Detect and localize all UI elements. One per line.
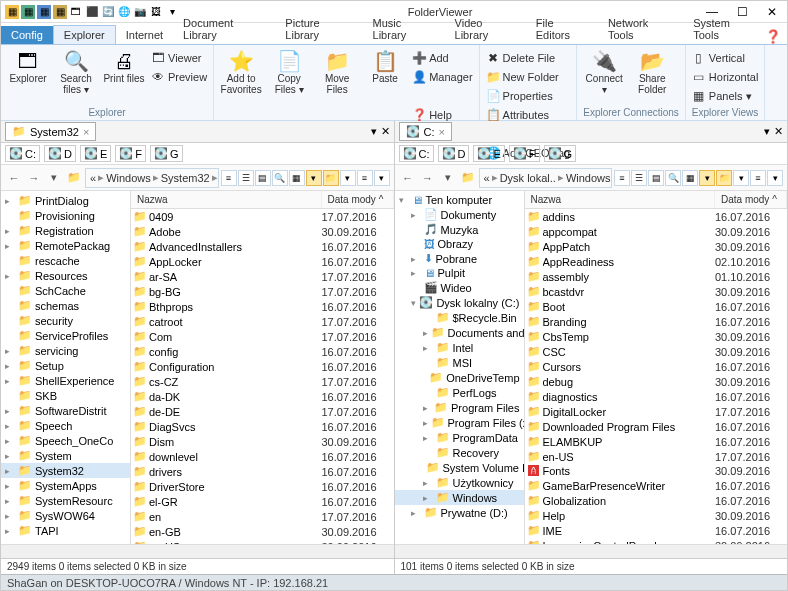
tree-item[interactable]: 📁PerfLogs <box>395 385 524 400</box>
list-item[interactable]: 📁AppLocker16.07.2016 <box>131 254 394 269</box>
pane-tab[interactable]: 💽C:× <box>399 122 452 141</box>
tree-item[interactable]: ▸⬇Pobrane <box>395 251 524 266</box>
new-tab-button[interactable]: ▾ <box>764 125 770 138</box>
list-item[interactable]: 📁de-DE17.07.2016 <box>131 404 394 419</box>
col-name[interactable]: Nazwa <box>525 191 716 208</box>
file-list[interactable]: NazwaData mody ^📁addins16.07.2016📁appcom… <box>525 191 788 544</box>
list-item[interactable]: 📁bg-BG17.07.2016 <box>131 284 394 299</box>
breadcrumb-segment[interactable]: « <box>484 172 490 184</box>
tree-item[interactable]: 📁rescache <box>1 253 130 268</box>
view-button[interactable]: 🔍 <box>272 170 288 186</box>
ribbon-button-small[interactable]: ✖Delete File <box>486 49 571 67</box>
col-name[interactable]: Nazwa <box>131 191 322 208</box>
list-item[interactable]: 📁DigitalLocker17.07.2016 <box>525 404 788 419</box>
drive-button[interactable]: 💽F <box>115 145 146 162</box>
list-item[interactable]: 📁DiagSvcs16.07.2016 <box>131 419 394 434</box>
list-item[interactable]: 📁en-US17.07.2016 <box>525 449 788 464</box>
tree-item[interactable]: ▸📁Użytkownicy <box>395 475 524 490</box>
list-item[interactable]: 📁040917.07.2016 <box>131 209 394 224</box>
list-item[interactable]: 📁debug30.09.2016 <box>525 374 788 389</box>
expand-icon[interactable]: ▸ <box>5 196 15 206</box>
new-tab-button[interactable]: ▾ <box>371 125 377 138</box>
tree-item[interactable]: ▸🖥Pulpit <box>395 266 524 280</box>
breadcrumb[interactable]: «▸Windows▸System32▸ <box>85 168 219 188</box>
tree-item[interactable]: ▸📁Program Files <box>395 400 524 415</box>
ribbon-button[interactable]: 📁Move Files <box>316 47 358 95</box>
qat-icon[interactable]: ▦ <box>5 5 19 19</box>
qat-icon[interactable]: ▦ <box>21 5 35 19</box>
list-item[interactable]: 📁Downloaded Program Files16.07.2016 <box>525 419 788 434</box>
help-icon[interactable]: ❓ <box>765 29 781 44</box>
folder-tree[interactable]: ▸📁PrintDialog📁Provisioning▸📁Registration… <box>1 191 131 544</box>
expand-icon[interactable]: ▸ <box>5 346 15 356</box>
view-button[interactable]: 📁 <box>716 170 732 186</box>
drive-button[interactable]: 💽E <box>80 145 111 162</box>
expand-icon[interactable]: ▸ <box>5 526 15 536</box>
list-item[interactable]: 📁Com17.07.2016 <box>131 329 394 344</box>
list-item[interactable]: 📁drivers16.07.2016 <box>131 464 394 479</box>
tree-item[interactable]: ▸📁Speech_OneCo <box>1 433 130 448</box>
list-item[interactable]: 📁Globalization16.07.2016 <box>525 493 788 508</box>
view-button[interactable]: ≡ <box>614 170 630 186</box>
main-tab-picture-library[interactable]: Picture Library <box>275 14 362 44</box>
close-pane-button[interactable]: ✕ <box>381 125 390 138</box>
list-item[interactable]: 📁downlevel16.07.2016 <box>131 449 394 464</box>
list-item[interactable]: 📁diagnostics16.07.2016 <box>525 389 788 404</box>
expand-icon[interactable]: ▸ <box>5 466 15 476</box>
history-button[interactable]: ▾ <box>45 169 63 187</box>
expand-icon[interactable]: ▾ <box>399 195 409 205</box>
tree-item[interactable]: 📁System Volume In <box>395 460 524 475</box>
tree-item[interactable]: 🎬Wideo <box>395 280 524 295</box>
list-item[interactable]: 📁GameBarPresenceWriter16.07.2016 <box>525 478 788 493</box>
ribbon-button[interactable]: 📂Share Folder <box>631 47 673 95</box>
tree-item[interactable]: 📁schemas <box>1 298 130 313</box>
expand-icon[interactable]: ▸ <box>5 406 15 416</box>
view-button[interactable]: 🔍 <box>665 170 681 186</box>
breadcrumb-segment[interactable]: « <box>90 172 96 184</box>
list-item[interactable]: 📁Cursors16.07.2016 <box>525 359 788 374</box>
list-item[interactable]: 📁AppPatch30.09.2016 <box>525 239 788 254</box>
drive-button[interactable]: 💽C: <box>399 145 434 162</box>
list-item[interactable]: 📁AdvancedInstallers16.07.2016 <box>131 239 394 254</box>
back-button[interactable]: ← <box>5 169 23 187</box>
list-item[interactable]: 📁Bthprops16.07.2016 <box>131 299 394 314</box>
ribbon-button-small[interactable]: 👤Manager <box>412 68 472 86</box>
tree-item[interactable]: 📁Recovery <box>395 445 524 460</box>
expand-icon[interactable]: ▸ <box>411 268 421 278</box>
breadcrumb-segment[interactable]: Dysk lokal.. <box>500 172 556 184</box>
expand-icon[interactable]: ▸ <box>411 210 421 220</box>
drive-button[interactable]: 💽D <box>44 145 76 162</box>
tree-item[interactable]: ▸📁Windows <box>395 490 524 505</box>
list-item[interactable]: 🅰Fonts30.09.2016 <box>525 464 788 478</box>
tree-item[interactable]: ▸📁System32 <box>1 463 130 478</box>
drive-button[interactable]: 💽E <box>473 145 504 162</box>
expand-icon[interactable]: ▾ <box>411 298 417 308</box>
list-item[interactable]: 📁AppReadiness02.10.2016 <box>525 254 788 269</box>
back-button[interactable]: ← <box>399 169 417 187</box>
main-tab-music-library[interactable]: Music Library <box>363 14 445 44</box>
list-item[interactable]: 📁addins16.07.2016 <box>525 209 788 224</box>
drive-button[interactable]: 💽G <box>544 145 577 162</box>
expand-icon[interactable]: ▸ <box>423 493 433 503</box>
ribbon-button-small[interactable]: ▯Vertical <box>692 49 759 67</box>
tree-item[interactable]: ▸📁Intel <box>395 340 524 355</box>
view-button[interactable]: ▤ <box>255 170 271 186</box>
horizontal-scrollbar[interactable] <box>395 544 788 558</box>
list-item[interactable]: 📁Help30.09.2016 <box>525 508 788 523</box>
breadcrumb-segment[interactable]: System32 <box>161 172 210 184</box>
qat-icon[interactable]: 📷 <box>133 5 147 19</box>
expand-icon[interactable]: ▸ <box>423 418 428 428</box>
list-item[interactable]: 📁CbsTemp30.09.2016 <box>525 329 788 344</box>
main-tab-network-tools[interactable]: Network Tools <box>598 14 683 44</box>
list-item[interactable]: 📁IME16.07.2016 <box>525 523 788 538</box>
tree-item[interactable]: 📁SKB <box>1 388 130 403</box>
ribbon-button-small[interactable]: 📄Properties <box>486 87 571 105</box>
expand-icon[interactable]: ▸ <box>411 254 421 264</box>
breadcrumb-segment[interactable]: Windows <box>106 172 151 184</box>
tree-item[interactable]: 📁MSI <box>395 355 524 370</box>
view-button[interactable]: ▾ <box>767 170 783 186</box>
list-header[interactable]: NazwaData mody ^ <box>131 191 394 209</box>
qat-icon[interactable]: ⬛ <box>85 5 99 19</box>
view-button[interactable]: ▾ <box>306 170 322 186</box>
tree-item[interactable]: ▾🖥Ten komputer <box>395 193 524 207</box>
